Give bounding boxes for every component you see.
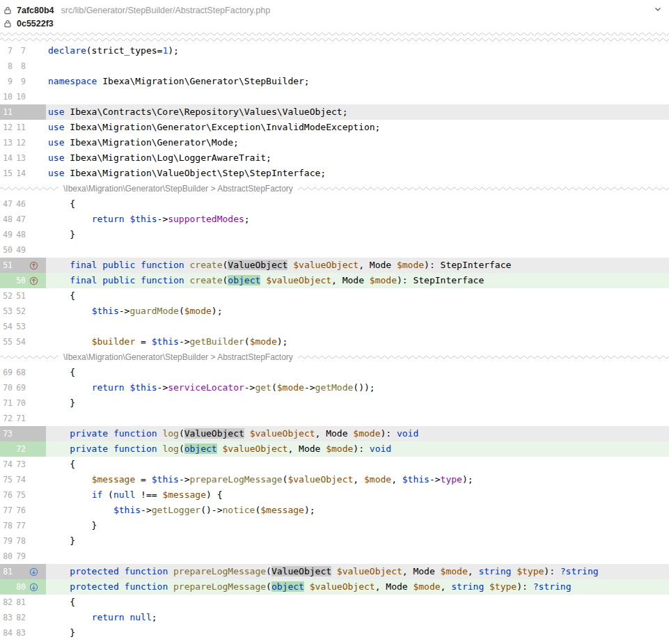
- code-token: getMode: [315, 382, 354, 393]
- code-line[interactable]: [48, 411, 669, 426]
- code-token: type: [441, 474, 462, 485]
- gutter-icon-area: [26, 625, 46, 641]
- code-line[interactable]: [48, 319, 669, 334]
- code-line[interactable]: final public function create(ValueObject…: [48, 258, 669, 273]
- line-number-new: 50: [13, 273, 26, 288]
- chevron-down-icon[interactable]: [652, 3, 663, 15]
- line-number-new: 11: [13, 120, 26, 135]
- code-token: {: [48, 290, 75, 301]
- code-token: Ibexa\Migration\Log\LoggerAwareTrait;: [64, 152, 271, 163]
- code-token: [48, 260, 70, 270]
- gutter: 81: [0, 564, 46, 579]
- line-number-new: [13, 104, 26, 120]
- line-number-new: [13, 426, 26, 441]
- code-line[interactable]: protected function prepareLogMessage(obj…: [48, 579, 669, 595]
- line-number-old: 52: [1, 288, 13, 304]
- gutter: 4847: [0, 212, 46, 227]
- code-line[interactable]: }: [48, 227, 669, 242]
- diff-row: 72 private function log(object $valueObj…: [0, 441, 669, 457]
- code-line[interactable]: use Ibexa\Migration\Generator\Exception\…: [48, 120, 669, 135]
- diff-row: 1010: [0, 89, 669, 104]
- diff-row: 99namespace Ibexa\Migration\Generator\St…: [0, 74, 669, 89]
- code-token: }: [48, 398, 75, 408]
- collapsed-region-separator[interactable]: \Ibexa\Migration\Generator\StepBuilder >…: [0, 181, 669, 196]
- collapsed-region-separator[interactable]: \Ibexa\Migration\Generator\StepBuilder >…: [0, 350, 669, 365]
- code-line[interactable]: {: [48, 365, 669, 380]
- code-line[interactable]: use Ibexa\Migration\Generator\Mode;: [48, 135, 669, 150]
- code-token: prepareLogMessage: [173, 581, 266, 592]
- code-line[interactable]: final public function create(object $val…: [48, 273, 669, 288]
- code-line[interactable]: $message = $this->prepareLogMessage($val…: [48, 472, 669, 487]
- line-number-old: [1, 579, 13, 595]
- code-line[interactable]: private function log(object $valueObject…: [48, 441, 669, 457]
- gutter: 5251: [0, 288, 46, 304]
- code-line[interactable]: }: [48, 533, 669, 549]
- override-method-icon[interactable]: [29, 261, 38, 270]
- code-line[interactable]: $this->guardMode($mode);: [48, 304, 669, 319]
- code-line[interactable]: }: [48, 518, 669, 533]
- code-token: log: [162, 443, 178, 454]
- collapsed-region-separator[interactable]: [0, 31, 669, 43]
- line-number-old: 79: [1, 533, 13, 549]
- file-path: src/lib/Generator/StepBuilder/AbstractSt…: [61, 6, 271, 15]
- code-line[interactable]: protected function prepareLogMessage(Val…: [48, 564, 669, 579]
- gutter: 7675: [0, 487, 46, 503]
- code-token: }: [48, 535, 75, 546]
- code-line[interactable]: [48, 242, 669, 258]
- line-number-old: 50: [1, 242, 13, 258]
- code-line[interactable]: $this->getLogger()->notice($message);: [48, 503, 669, 518]
- code-token: [48, 275, 70, 285]
- code-line[interactable]: namespace Ibexa\Migration\Generator\Step…: [48, 74, 669, 89]
- code-token: ->: [179, 474, 190, 485]
- code-line[interactable]: if (null !== $message) {: [48, 487, 669, 503]
- code-line[interactable]: use Ibexa\Migration\ValueObject\Step\Ste…: [48, 166, 669, 181]
- code-line[interactable]: }: [48, 395, 669, 411]
- code-token: {: [48, 459, 75, 469]
- code-line[interactable]: return null;: [48, 610, 669, 625]
- gutter: 7776: [0, 503, 46, 518]
- code-token: [48, 489, 92, 500]
- code-line[interactable]: [48, 549, 669, 564]
- line-number-new: 9: [13, 74, 26, 89]
- code-token: function: [125, 566, 168, 576]
- code-line[interactable]: private function log(ValueObject $valueO…: [48, 426, 669, 441]
- line-number-old: 71: [1, 395, 13, 411]
- gutter-icon-area: [26, 564, 46, 579]
- code-line[interactable]: [48, 58, 669, 74]
- code-line[interactable]: }: [48, 625, 669, 641]
- code-token: [48, 443, 70, 454]
- code-token: $valueObject: [223, 443, 288, 454]
- code-line[interactable]: {: [48, 457, 669, 472]
- overridden-method-icon[interactable]: [29, 583, 38, 592]
- code-token: $valueObject: [293, 260, 359, 270]
- code-line[interactable]: $builder = $this->getBuilder($mode);: [48, 334, 669, 350]
- code-token: ;: [244, 214, 250, 224]
- code-line[interactable]: use Ibexa\Migration\Log\LoggerAwareTrait…: [48, 150, 669, 166]
- diff-row: 5251 {: [0, 288, 669, 304]
- changed-word: object: [184, 443, 217, 454]
- code-line[interactable]: {: [48, 595, 669, 610]
- code-token: ->: [157, 382, 168, 393]
- code-token: namespace: [48, 76, 97, 86]
- line-number-old: 47: [1, 196, 13, 212]
- code-line[interactable]: {: [48, 288, 669, 304]
- diff-row: 77declare(strict_types=1);: [0, 43, 669, 58]
- code-token: private: [70, 443, 108, 454]
- overridden-method-icon[interactable]: [29, 567, 38, 576]
- code-token: (: [102, 489, 113, 500]
- line-number-new: 76: [13, 503, 26, 518]
- code-line[interactable]: return $this->serviceLocator->get($mode-…: [48, 380, 669, 395]
- code-line[interactable]: return $this->supportedModes;: [48, 212, 669, 227]
- code-line[interactable]: [48, 89, 669, 104]
- diff-row: 80 protected function prepareLogMessage(…: [0, 579, 669, 595]
- code-token: $this: [402, 474, 430, 485]
- code-line[interactable]: declare(strict_types=1);: [48, 43, 669, 58]
- code-line[interactable]: use Ibexa\Contracts\Core\Repository\Valu…: [48, 104, 669, 120]
- code-token: ->: [179, 336, 190, 347]
- line-number-old: 9: [1, 74, 13, 89]
- override-method-icon[interactable]: [29, 276, 38, 285]
- line-number-old: 7: [1, 43, 13, 58]
- line-number-old: 80: [1, 549, 13, 564]
- code-token: [184, 260, 190, 270]
- code-line[interactable]: {: [48, 196, 669, 212]
